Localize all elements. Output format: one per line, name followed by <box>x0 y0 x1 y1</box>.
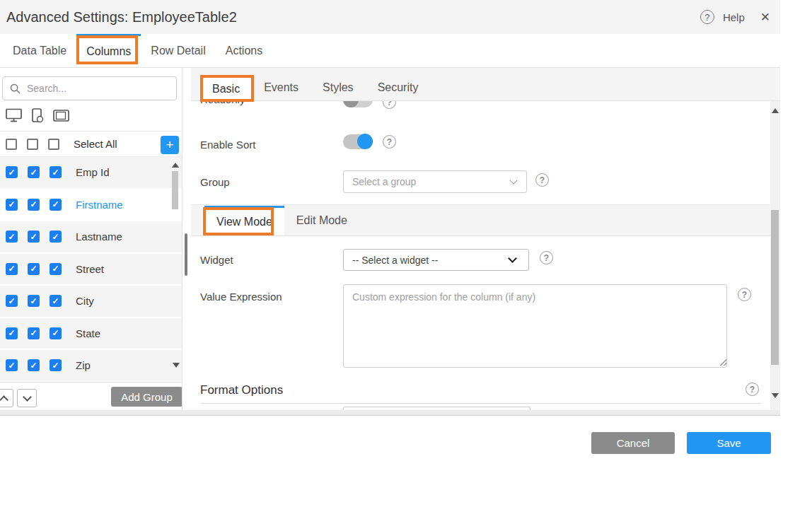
tab-edit-mode[interactable]: Edit Mode <box>284 206 359 235</box>
select-all-checkbox-mobile[interactable] <box>27 139 38 150</box>
select-all-label: Select All <box>74 138 117 150</box>
checkbox-checked[interactable]: ✓ <box>50 231 62 243</box>
add-group-button[interactable]: Add Group <box>111 387 182 407</box>
search-icon <box>10 83 21 94</box>
select-all-checkbox-tablet[interactable] <box>48 139 59 150</box>
column-name: Zip <box>76 359 91 371</box>
device-toggle-group <box>6 108 69 123</box>
checkbox-checked[interactable]: ✓ <box>6 231 18 243</box>
search-input[interactable] <box>27 83 154 94</box>
checkbox-checked[interactable]: ✓ <box>28 327 40 339</box>
checkbox-checked[interactable]: ✓ <box>6 359 18 371</box>
column-row-emp-id[interactable]: ✓ ✓ ✓ Emp Id <box>0 157 182 188</box>
tab-security[interactable]: Security <box>366 75 431 100</box>
format-options-help-icon[interactable]: ? <box>746 383 759 396</box>
add-column-button[interactable]: + <box>161 136 179 154</box>
tab-data-table[interactable]: Data Table <box>3 34 76 67</box>
enable-sort-label: Enable Sort <box>200 139 255 151</box>
column-row-firstname[interactable]: ✓ ✓ ✓ Firstname <box>0 190 182 221</box>
help-icon[interactable]: ? <box>700 10 714 24</box>
tab-styles[interactable]: Styles <box>311 75 366 100</box>
column-name: Firstname <box>76 199 123 211</box>
group-select[interactable]: Select a group <box>343 170 527 193</box>
chevron-down-icon <box>508 254 517 263</box>
widget-help-icon[interactable]: ? <box>540 251 553 264</box>
panel-splitter-handle[interactable] <box>185 233 187 276</box>
checkbox-checked[interactable]: ✓ <box>28 199 40 211</box>
checkbox-checked[interactable]: ✓ <box>50 166 62 178</box>
column-row-lastname[interactable]: ✓ ✓ ✓ Lastname <box>0 221 182 252</box>
checkbox-checked[interactable]: ✓ <box>6 199 18 211</box>
checkbox-checked[interactable]: ✓ <box>28 263 40 275</box>
checkbox-checked[interactable]: ✓ <box>50 199 62 211</box>
divider <box>200 403 762 404</box>
column-row-state[interactable]: ✓ ✓ ✓ State <box>0 318 182 349</box>
column-row-city[interactable]: ✓ ✓ ✓ City <box>0 286 182 317</box>
mobile-icon[interactable] <box>32 108 44 123</box>
widget-select[interactable]: -- Select a widget -- <box>343 249 529 271</box>
tab-events[interactable]: Events <box>252 75 311 100</box>
checkbox-checked[interactable]: ✓ <box>28 295 40 307</box>
panel-tabbar: Basic Events Styles Security <box>191 68 780 101</box>
checkbox-checked[interactable]: ✓ <box>6 295 18 307</box>
checkbox-checked[interactable]: ✓ <box>50 327 62 339</box>
checkbox-checked[interactable]: ✓ <box>28 231 40 243</box>
column-name: Emp Id <box>76 166 110 178</box>
scroll-up-icon[interactable] <box>772 108 779 113</box>
column-row-zip[interactable]: ✓ ✓ ✓ Zip <box>0 350 182 381</box>
column-name: State <box>76 327 100 339</box>
search-box[interactable] <box>2 76 177 100</box>
group-label: Group <box>200 176 230 188</box>
checkbox-checked[interactable]: ✓ <box>50 263 62 275</box>
scroll-down-icon[interactable] <box>173 363 180 368</box>
sidebar-footer: Add Group <box>0 382 182 410</box>
group-help-icon[interactable]: ? <box>535 173 549 187</box>
chevron-down-icon <box>509 176 517 184</box>
checkbox-checked[interactable]: ✓ <box>6 166 18 178</box>
column-name: Street <box>76 263 104 275</box>
select-all-checkbox-desktop[interactable] <box>6 139 17 150</box>
content-scrollbar[interactable] <box>770 101 780 410</box>
checkbox-checked[interactable]: ✓ <box>50 359 62 371</box>
chevron-down-icon <box>23 392 32 402</box>
tab-row-detail[interactable]: Row Detail <box>141 34 215 67</box>
enable-sort-toggle[interactable] <box>343 134 373 149</box>
dialog-bottom-edge <box>0 410 780 416</box>
readonly-toggle[interactable] <box>343 101 373 107</box>
chevron-up-icon <box>0 395 8 404</box>
tab-columns[interactable]: Columns <box>76 34 141 67</box>
tablet-icon[interactable] <box>53 110 69 122</box>
sidebar-scrollbar-thumb[interactable] <box>172 171 178 209</box>
scrollbar-thumb[interactable] <box>771 210 779 365</box>
help-button[interactable]: Help <box>723 11 745 23</box>
save-button[interactable]: Save <box>687 432 771 454</box>
column-row-street[interactable]: ✓ ✓ ✓ Street <box>0 254 182 285</box>
value-expression-label: Value Expression <box>200 291 282 303</box>
column-list: ✓ ✓ ✓ Emp Id ✓ ✓ ✓ Firstname ✓ ✓ ✓ Lastn… <box>0 157 182 383</box>
cancel-button[interactable]: Cancel <box>591 432 675 454</box>
value-expression-input[interactable] <box>343 284 727 368</box>
widget-select-value: -- Select a widget -- <box>352 255 438 266</box>
enable-sort-help-icon[interactable]: ? <box>383 135 396 148</box>
readonly-help-icon[interactable]: ? <box>383 101 396 109</box>
move-down-button[interactable] <box>17 389 37 407</box>
checkbox-checked[interactable]: ✓ <box>28 166 40 178</box>
checkbox-checked[interactable]: ✓ <box>6 327 18 339</box>
checkbox-checked[interactable]: ✓ <box>50 295 62 307</box>
column-name: Lastname <box>76 231 122 243</box>
move-up-button[interactable] <box>0 389 13 407</box>
checkbox-checked[interactable]: ✓ <box>6 263 18 275</box>
close-icon[interactable]: ✕ <box>760 10 770 25</box>
value-expression-help-icon[interactable]: ? <box>738 288 751 301</box>
header-actions: ? Help ✕ <box>700 0 770 34</box>
scroll-up-icon[interactable] <box>172 163 179 168</box>
scroll-down-icon[interactable] <box>772 393 779 398</box>
dialog-tabbar: Data Table Columns Row Detail Actions <box>0 34 780 68</box>
tab-view-mode[interactable]: View Mode <box>204 206 284 235</box>
widget-label: Widget <box>200 254 233 266</box>
tab-basic[interactable]: Basic <box>200 75 252 100</box>
checkbox-checked[interactable]: ✓ <box>28 359 40 371</box>
columns-sidebar: Select All + ✓ ✓ ✓ Emp Id ✓ ✓ ✓ Firstnam… <box>0 68 182 410</box>
desktop-icon[interactable] <box>6 108 23 123</box>
tab-actions[interactable]: Actions <box>216 34 272 67</box>
